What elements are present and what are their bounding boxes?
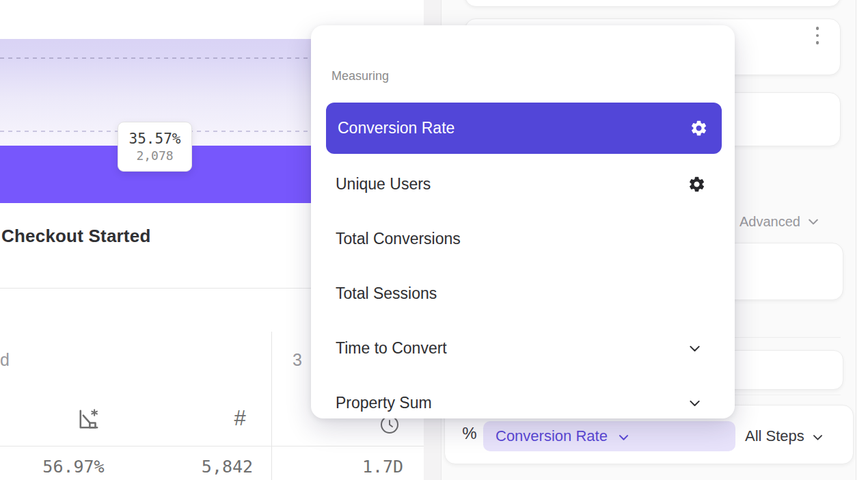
steps-scope-selector[interactable]: All Steps <box>745 425 841 447</box>
menu-item-label: Unique Users <box>336 175 688 194</box>
chevron-down-icon <box>688 341 702 356</box>
menu-item-unique-users[interactable]: Unique Users <box>311 157 735 211</box>
funnel-report-screen: 35.57% 2,078 Checkout Started d 3 # <box>0 0 868 480</box>
metric-value-time: 1.7D <box>345 457 420 477</box>
menu-item-label: Property Sum <box>336 394 688 412</box>
steps-label: All Steps <box>745 427 804 445</box>
next-step-number: 3 <box>293 350 302 370</box>
menu-item-total-conversions[interactable]: Total Conversions <box>311 211 735 266</box>
table-row-rule <box>0 446 424 446</box>
chevron-down-icon <box>806 215 820 228</box>
menu-item-label: Conversion Rate <box>338 119 690 137</box>
step-label: Checkout Started <box>1 226 150 247</box>
menu-item-time-to-convert[interactable]: Time to Convert <box>311 321 735 375</box>
metric-value-count: 5,842 <box>188 457 267 477</box>
chevron-down-icon <box>617 431 630 444</box>
bar-tooltip: 35.57% 2,078 <box>118 122 192 172</box>
gear-icon[interactable] <box>688 175 706 194</box>
tooltip-conversion-rate: 35.57% <box>129 131 181 147</box>
metric-value-conversion: 56.97% <box>31 457 116 477</box>
kebab-menu-icon[interactable] <box>809 22 826 49</box>
tooltip-count: 2,078 <box>136 148 173 163</box>
gear-icon[interactable] <box>690 119 708 137</box>
hash-icon: # <box>230 405 250 432</box>
measuring-menu: Measuring Conversion Rate Unique Users T… <box>311 25 735 418</box>
query-card-top <box>465 0 841 7</box>
conversion-rate-icon <box>75 406 103 432</box>
menu-item-label: Total Sessions <box>336 284 706 303</box>
chevron-down-icon <box>811 431 824 444</box>
prev-step-label-fragment: d <box>0 350 10 370</box>
menu-item-label: Total Conversions <box>336 230 706 248</box>
menu-title: Measuring <box>331 69 389 83</box>
panel-right-edge <box>856 0 868 480</box>
table-column-divider <box>271 332 272 480</box>
menu-item-total-sessions[interactable]: Total Sessions <box>311 266 735 321</box>
menu-item-property-sum[interactable]: Property Sum <box>311 375 735 430</box>
menu-item-conversion-rate[interactable]: Conversion Rate <box>326 103 722 154</box>
advanced-label: Advanced <box>740 214 800 230</box>
chevron-down-icon <box>688 396 702 410</box>
menu-item-label: Time to Convert <box>336 339 688 358</box>
